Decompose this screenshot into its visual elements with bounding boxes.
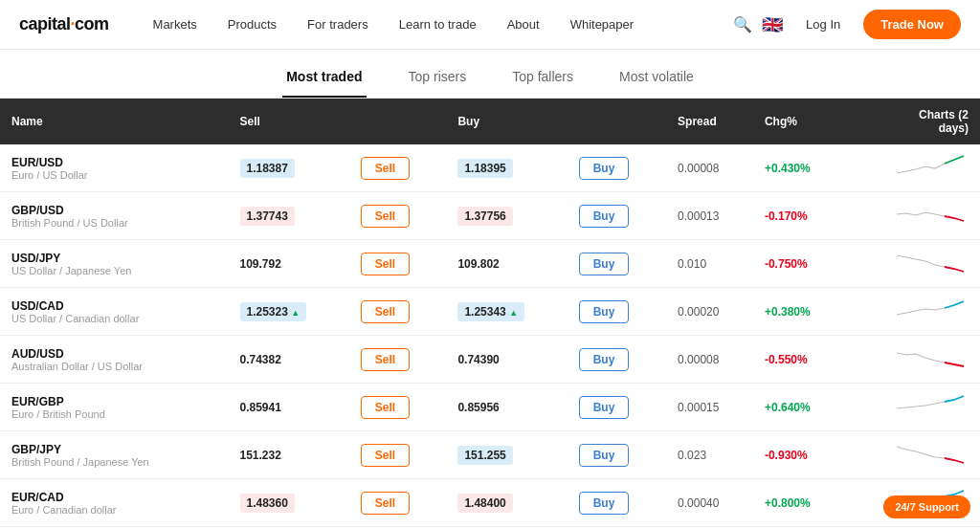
buy-button[interactable]: Buy — [579, 253, 630, 275]
sell-button[interactable]: Sell — [361, 157, 410, 180]
cell-chg: -0.550% — [753, 336, 846, 384]
cell-chg: +0.800% — [753, 479, 846, 527]
buy-button[interactable]: Buy — [579, 300, 630, 323]
sell-price: 151.232 — [240, 449, 281, 462]
table-row: EUR/USD Euro / US Dollar 1.18387 Sell 1.… — [0, 144, 980, 192]
cell-buy-price: 0.85956 — [446, 384, 567, 431]
cell-chart — [846, 431, 980, 479]
pair-name: AUD/USD — [11, 347, 217, 361]
cell-name: AUD/USD Australian Dollar / US Dollar — [0, 336, 229, 384]
cell-sell-price: 1.25323 ▲ — [229, 288, 349, 336]
cell-chart — [846, 336, 980, 384]
flag-icon[interactable]: 🇬🇧 — [762, 14, 783, 35]
cell-sell-btn: Sell — [349, 192, 447, 240]
sell-price: 0.74382 — [240, 353, 281, 366]
col-buy-btn — [568, 99, 666, 144]
cell-spread: 0.010 — [666, 240, 753, 288]
pair-desc: US Dollar / Japanese Yen — [11, 265, 217, 276]
mini-chart — [892, 248, 969, 279]
sell-button[interactable]: Sell — [361, 396, 410, 419]
pair-desc: British Pound / Japanese Yen — [11, 456, 217, 468]
cell-buy-price: 1.18395 — [446, 144, 567, 192]
cell-sell-price: 1.48360 — [229, 479, 349, 527]
cell-buy-btn: Buy — [568, 336, 666, 384]
pair-name: EUR/USD — [11, 156, 217, 169]
cell-name: EUR/CAD Euro / Canadian dollar — [0, 479, 229, 527]
cell-chg: -0.930% — [753, 431, 846, 479]
cell-sell-price: 0.85941 — [229, 384, 349, 431]
mini-chart — [892, 343, 969, 375]
col-buy: Buy — [446, 99, 567, 144]
cell-sell-price: 1.37743 — [229, 192, 349, 240]
cell-name: EUR/GBP Euro / British Pound — [0, 384, 229, 431]
tab-most-volatile[interactable]: Most volatile — [615, 61, 698, 98]
cell-spread: 0.00040 — [666, 479, 753, 527]
cell-chg: -0.750% — [753, 240, 846, 288]
support-badge[interactable]: 24/7 Support — [883, 495, 970, 518]
cell-spread: 0.00008 — [666, 336, 753, 384]
table-row: EUR/GBP Euro / British Pound 0.85941 Sel… — [0, 384, 980, 431]
nav-for-traders[interactable]: For traders — [294, 11, 382, 37]
col-chg: Chg% — [753, 99, 846, 144]
cell-buy-price: 109.802 — [446, 240, 567, 288]
cell-name: GBP/USD British Pound / US Dollar — [0, 192, 229, 240]
pair-desc: Euro / British Pound — [11, 408, 217, 420]
buy-button[interactable]: Buy — [579, 444, 630, 467]
market-table-container: Name Sell Buy Spread Chg% Charts (2days)… — [0, 99, 980, 528]
cell-buy-btn: Buy — [568, 431, 666, 479]
sell-button[interactable]: Sell — [361, 348, 410, 371]
tab-most-traded[interactable]: Most traded — [282, 61, 366, 98]
cell-buy-price: 1.48400 — [446, 479, 567, 527]
tab-top-fallers[interactable]: Top fallers — [508, 61, 577, 98]
pair-name: GBP/USD — [11, 204, 217, 217]
sell-button[interactable]: Sell — [361, 253, 410, 275]
cell-sell-btn: Sell — [349, 479, 447, 527]
nav-learn[interactable]: Learn to trade — [386, 11, 490, 37]
sell-price: 1.37743 — [240, 207, 295, 226]
cell-sell-btn: Sell — [349, 431, 447, 479]
cell-sell-price: 109.792 — [229, 240, 349, 288]
buy-button[interactable]: Buy — [579, 492, 630, 515]
cell-name: GBP/JPY British Pound / Japanese Yen — [0, 431, 229, 479]
mini-chart — [892, 152, 969, 184]
sell-button[interactable]: Sell — [361, 444, 410, 467]
logo[interactable]: capital·com — [19, 14, 109, 34]
table-row: GBP/JPY British Pound / Japanese Yen 151… — [0, 431, 980, 479]
buy-price: 1.48400 — [457, 494, 512, 513]
sell-button[interactable]: Sell — [361, 205, 410, 228]
nav-markets[interactable]: Markets — [140, 11, 211, 37]
buy-button[interactable]: Buy — [579, 396, 630, 419]
nav-about[interactable]: About — [494, 11, 553, 37]
buy-button[interactable]: Buy — [579, 157, 630, 180]
buy-price: 151.255 — [457, 446, 512, 465]
cell-chart — [846, 240, 980, 288]
login-button[interactable]: Log In — [792, 11, 854, 37]
search-icon[interactable]: 🔍 — [733, 15, 752, 33]
buy-price: 109.802 — [457, 257, 499, 271]
cell-chg: +0.380% — [753, 288, 846, 336]
cell-buy-btn: Buy — [568, 479, 666, 527]
sell-button[interactable]: Sell — [361, 492, 410, 515]
buy-price: 0.85956 — [457, 401, 499, 414]
sell-button[interactable]: Sell — [361, 300, 410, 323]
cell-sell-btn: Sell — [349, 288, 447, 336]
col-spread: Spread — [666, 99, 753, 144]
mini-chart — [892, 200, 969, 231]
cell-buy-price: 1.25343 ▲ — [446, 288, 567, 336]
pair-name: GBP/JPY — [11, 443, 217, 456]
header-right: 🔍 🇬🇧 Log In Trade Now — [733, 10, 961, 39]
nav-whitepaper[interactable]: Whitepaper — [557, 11, 647, 37]
cell-chg: -0.170% — [753, 192, 846, 240]
sell-price: 0.85941 — [240, 401, 281, 414]
nav-products[interactable]: Products — [214, 11, 290, 37]
buy-button[interactable]: Buy — [579, 205, 630, 228]
tab-top-risers[interactable]: Top risers — [405, 61, 471, 98]
cell-buy-btn: Buy — [568, 192, 666, 240]
pair-desc: Australian Dollar / US Dollar — [11, 361, 217, 372]
trade-now-button[interactable]: Trade Now — [863, 10, 961, 39]
table-row: EUR/CAD Euro / Canadian dollar 1.48360 S… — [0, 479, 980, 527]
buy-button[interactable]: Buy — [579, 348, 630, 371]
pair-name: EUR/GBP — [11, 395, 217, 408]
cell-sell-price: 1.18387 — [229, 144, 349, 192]
table-row: AUD/USD Australian Dollar / US Dollar 0.… — [0, 336, 980, 384]
